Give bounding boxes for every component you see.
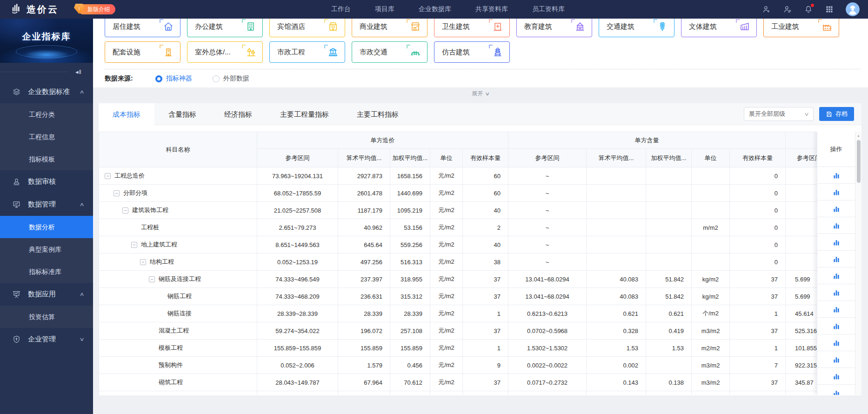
user-avatar[interactable] <box>846 2 860 16</box>
row-chart-action[interactable] <box>817 234 855 251</box>
category-button[interactable]: 商业建筑 <box>352 16 427 37</box>
bar-chart-icon <box>833 255 840 263</box>
sidebar-subitem[interactable]: 指标模板 <box>0 148 93 170</box>
category-button[interactable]: 交通建筑 <box>599 16 674 37</box>
sidebar-banner: 企业指标库 <box>0 19 93 63</box>
tree-collapse-icon[interactable]: − <box>114 190 120 196</box>
category-button[interactable]: 仿古建筑 <box>434 41 510 63</box>
expand-level-select[interactable]: 展开全部层级 ∨ <box>744 107 814 121</box>
hospital-icon <box>492 21 503 32</box>
category-button[interactable]: 办公建筑 <box>187 16 263 37</box>
tree-collapse-icon[interactable]: − <box>140 259 146 265</box>
category-button[interactable]: 卫生建筑 <box>434 16 510 37</box>
sidebar-subitem[interactable]: 工程信息 <box>0 126 93 148</box>
apps-grid-icon[interactable] <box>825 5 834 14</box>
row-chart-action[interactable] <box>817 251 855 267</box>
category-grid: 居住建筑办公建筑宾馆酒店商业建筑卫生建筑教育建筑交通建筑文体建筑工业建筑配套设施… <box>105 16 861 63</box>
row-chart-action[interactable] <box>817 167 855 184</box>
subject-name: 钢筋连接 <box>167 309 192 318</box>
table-row: −结构工程0.052~1253.19497.256516.313元/m238~0 <box>99 254 855 271</box>
row-chart-action[interactable] <box>817 368 855 385</box>
tab-经济指标[interactable]: 经济指标 <box>210 103 266 125</box>
category-button[interactable]: 市政交通 <box>352 41 427 63</box>
subject-name: 钢筋工程 <box>167 292 192 300</box>
expand-collapse-bar[interactable]: 展开 ∨ <box>93 87 868 100</box>
tree-collapse-icon[interactable]: − <box>122 207 128 214</box>
notification-dot <box>811 4 814 7</box>
data-source-radio[interactable]: 指标神器 <box>155 74 192 83</box>
category-button[interactable]: 教育建筑 <box>516 16 592 37</box>
main-content: 居住建筑办公建筑宾馆酒店商业建筑卫生建筑教育建筑交通建筑文体建筑工业建筑配套设施… <box>93 0 868 395</box>
tab-成本指标[interactable]: 成本指标 <box>99 103 154 125</box>
category-button[interactable]: 市政工程 <box>269 41 345 63</box>
sidebar-item[interactable]: 数据管理∧ <box>0 193 93 216</box>
row-chart-action[interactable] <box>817 351 855 368</box>
tab-主要工料指标[interactable]: 主要工料指标 <box>343 103 413 125</box>
indicator-tabs: 成本指标含量指标经济指标主要工程量指标主要工料指标 <box>99 103 413 125</box>
sidebar-subitem[interactable]: 投资估算 <box>0 306 93 328</box>
category-button[interactable]: 宾馆酒店 <box>269 16 345 37</box>
row-chart-action[interactable] <box>817 200 855 217</box>
subject-name: 建筑装饰工程 <box>132 206 168 214</box>
category-button[interactable]: 室外总体/... <box>187 41 263 63</box>
row-chart-action[interactable] <box>817 318 855 334</box>
sidebar-banner-title: 企业指标库 <box>0 31 93 43</box>
sidebar-subitem[interactable]: 数据分析 <box>0 216 93 238</box>
logo-icon <box>10 2 22 16</box>
bar-chart-icon <box>833 289 840 296</box>
row-chart-action[interactable] <box>817 267 855 284</box>
bar-chart-icon <box>833 322 840 330</box>
tab-主要工程量指标[interactable]: 主要工程量指标 <box>266 103 343 125</box>
sidebar-subitem[interactable]: 工程分类 <box>0 103 93 126</box>
column-header-operation: 操作 <box>817 132 855 167</box>
tree-collapse-icon[interactable]: − <box>149 276 155 282</box>
stamp-icon <box>12 177 21 186</box>
row-chart-action[interactable] <box>817 334 855 351</box>
row-chart-action[interactable] <box>817 301 855 318</box>
bar-chart-icon <box>833 272 840 280</box>
top-nav-item[interactable]: 员工资料库 <box>532 5 565 13</box>
column-header: 加权平均值... <box>390 149 430 167</box>
top-nav-item[interactable]: 项目库 <box>375 5 394 13</box>
sidebar-item[interactable]: 数据审核 <box>0 170 93 193</box>
table-row: 预制构件0.052~2.0061.5790.456元/m290.0022~0.0… <box>99 357 855 374</box>
logo[interactable]: 造价云 <box>0 2 59 16</box>
layers-icon <box>12 87 21 96</box>
row-chart-action[interactable] <box>817 284 855 301</box>
trees-icon <box>245 47 256 58</box>
sidebar-collapse-icon[interactable]: ◂‖ <box>75 68 82 75</box>
archive-icon <box>826 111 833 118</box>
row-chart-action[interactable] <box>817 385 855 395</box>
row-chart-action[interactable] <box>817 184 855 200</box>
category-button[interactable]: 工业建筑 <box>763 16 839 37</box>
category-button[interactable]: 文体建筑 <box>681 16 757 37</box>
tree-collapse-icon[interactable]: − <box>105 173 111 179</box>
category-button[interactable]: 配套设施 <box>105 41 180 63</box>
category-button[interactable]: 居住建筑 <box>105 16 180 37</box>
tree-collapse-icon[interactable]: − <box>131 242 137 248</box>
office-building-icon <box>245 21 256 32</box>
top-nav-item[interactable]: 企业数据库 <box>419 5 451 13</box>
notification-bell-icon[interactable] <box>804 5 813 14</box>
hotel-icon <box>327 21 339 32</box>
sidebar-subitem[interactable]: 典型案例库 <box>0 238 93 260</box>
user-add-icon[interactable] <box>762 5 771 14</box>
scrollbar-thumb[interactable] <box>857 140 861 183</box>
sidebar-item[interactable]: 数据应用∧ <box>0 283 93 306</box>
table-scrollbar[interactable]: ▲ <box>855 132 861 395</box>
subject-name: 砌筑工程 <box>159 378 183 387</box>
bar-chart-icon <box>833 356 840 363</box>
new-version-badge[interactable]: ↑ 新版介绍 <box>78 4 115 14</box>
sidebar-item[interactable]: 企业数据标准∧ <box>0 80 93 103</box>
user-switch-icon[interactable] <box>783 5 792 14</box>
sidebar-subitem[interactable]: 指标标准库 <box>0 260 93 283</box>
sidebar-item[interactable]: 企业管理∨ <box>0 328 93 351</box>
archive-button[interactable]: 存档 <box>819 107 854 121</box>
data-source-radio[interactable]: 外部数据 <box>213 74 249 83</box>
row-chart-action[interactable] <box>817 217 855 234</box>
top-nav-item[interactable]: 工作台 <box>331 5 351 13</box>
scrollbar-up-arrow[interactable]: ▲ <box>855 132 861 137</box>
table-row: −钢筋及连接工程74.333~496.549237.397318.955元/m2… <box>99 271 855 288</box>
top-nav-item[interactable]: 共享资料库 <box>475 5 508 13</box>
tab-含量指标[interactable]: 含量指标 <box>154 103 210 125</box>
